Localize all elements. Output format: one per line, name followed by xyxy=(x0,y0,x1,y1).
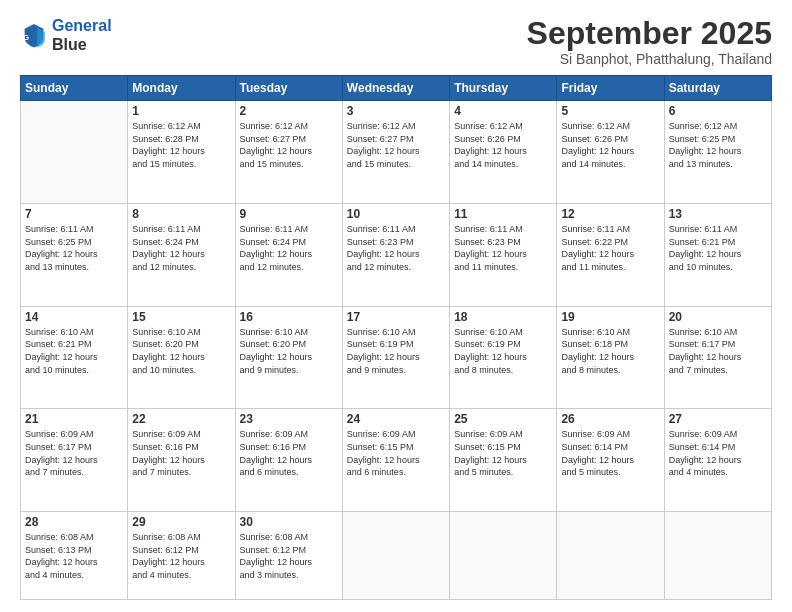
header: G General Blue September 2025 Si Banphot… xyxy=(20,16,772,67)
day-header-tuesday: Tuesday xyxy=(235,76,342,101)
day-number: 20 xyxy=(669,310,767,324)
day-number: 2 xyxy=(240,104,338,118)
day-info: Sunrise: 6:12 AMSunset: 6:28 PMDaylight:… xyxy=(132,120,230,170)
calendar-week-5: 28Sunrise: 6:08 AMSunset: 6:13 PMDayligh… xyxy=(21,512,772,600)
calendar-cell: 25Sunrise: 6:09 AMSunset: 6:15 PMDayligh… xyxy=(450,409,557,512)
calendar-cell: 3Sunrise: 6:12 AMSunset: 6:27 PMDaylight… xyxy=(342,101,449,204)
day-info: Sunrise: 6:11 AMSunset: 6:21 PMDaylight:… xyxy=(669,223,767,273)
day-info: Sunrise: 6:11 AMSunset: 6:23 PMDaylight:… xyxy=(347,223,445,273)
day-info: Sunrise: 6:11 AMSunset: 6:24 PMDaylight:… xyxy=(240,223,338,273)
day-number: 12 xyxy=(561,207,659,221)
day-info: Sunrise: 6:11 AMSunset: 6:22 PMDaylight:… xyxy=(561,223,659,273)
day-info: Sunrise: 6:10 AMSunset: 6:19 PMDaylight:… xyxy=(454,326,552,376)
subtitle: Si Banphot, Phatthalung, Thailand xyxy=(527,51,772,67)
day-number: 25 xyxy=(454,412,552,426)
day-header-sunday: Sunday xyxy=(21,76,128,101)
day-number: 17 xyxy=(347,310,445,324)
calendar-cell: 8Sunrise: 6:11 AMSunset: 6:24 PMDaylight… xyxy=(128,203,235,306)
calendar-page: G General Blue September 2025 Si Banphot… xyxy=(0,0,792,612)
calendar-cell: 22Sunrise: 6:09 AMSunset: 6:16 PMDayligh… xyxy=(128,409,235,512)
day-number: 10 xyxy=(347,207,445,221)
day-number: 14 xyxy=(25,310,123,324)
day-info: Sunrise: 6:10 AMSunset: 6:20 PMDaylight:… xyxy=(240,326,338,376)
svg-text:G: G xyxy=(23,33,29,42)
calendar-cell: 23Sunrise: 6:09 AMSunset: 6:16 PMDayligh… xyxy=(235,409,342,512)
calendar-week-3: 14Sunrise: 6:10 AMSunset: 6:21 PMDayligh… xyxy=(21,306,772,409)
calendar-cell xyxy=(450,512,557,600)
calendar-cell: 28Sunrise: 6:08 AMSunset: 6:13 PMDayligh… xyxy=(21,512,128,600)
day-info: Sunrise: 6:09 AMSunset: 6:16 PMDaylight:… xyxy=(132,428,230,478)
month-title: September 2025 xyxy=(527,16,772,51)
day-info: Sunrise: 6:10 AMSunset: 6:21 PMDaylight:… xyxy=(25,326,123,376)
day-number: 21 xyxy=(25,412,123,426)
day-number: 26 xyxy=(561,412,659,426)
day-info: Sunrise: 6:11 AMSunset: 6:24 PMDaylight:… xyxy=(132,223,230,273)
day-info: Sunrise: 6:09 AMSunset: 6:17 PMDaylight:… xyxy=(25,428,123,478)
day-info: Sunrise: 6:10 AMSunset: 6:20 PMDaylight:… xyxy=(132,326,230,376)
day-info: Sunrise: 6:09 AMSunset: 6:14 PMDaylight:… xyxy=(669,428,767,478)
calendar-cell: 14Sunrise: 6:10 AMSunset: 6:21 PMDayligh… xyxy=(21,306,128,409)
title-block: September 2025 Si Banphot, Phatthalung, … xyxy=(527,16,772,67)
logo-text: General Blue xyxy=(52,16,112,54)
day-header-wednesday: Wednesday xyxy=(342,76,449,101)
calendar-cell: 18Sunrise: 6:10 AMSunset: 6:19 PMDayligh… xyxy=(450,306,557,409)
day-number: 23 xyxy=(240,412,338,426)
calendar-cell xyxy=(664,512,771,600)
day-info: Sunrise: 6:12 AMSunset: 6:26 PMDaylight:… xyxy=(561,120,659,170)
day-number: 1 xyxy=(132,104,230,118)
calendar-cell: 7Sunrise: 6:11 AMSunset: 6:25 PMDaylight… xyxy=(21,203,128,306)
day-number: 9 xyxy=(240,207,338,221)
day-number: 16 xyxy=(240,310,338,324)
day-number: 24 xyxy=(347,412,445,426)
day-number: 15 xyxy=(132,310,230,324)
day-info: Sunrise: 6:12 AMSunset: 6:27 PMDaylight:… xyxy=(347,120,445,170)
day-header-monday: Monday xyxy=(128,76,235,101)
day-info: Sunrise: 6:09 AMSunset: 6:16 PMDaylight:… xyxy=(240,428,338,478)
day-info: Sunrise: 6:12 AMSunset: 6:27 PMDaylight:… xyxy=(240,120,338,170)
calendar-cell: 11Sunrise: 6:11 AMSunset: 6:23 PMDayligh… xyxy=(450,203,557,306)
calendar-cell: 1Sunrise: 6:12 AMSunset: 6:28 PMDaylight… xyxy=(128,101,235,204)
day-number: 7 xyxy=(25,207,123,221)
day-info: Sunrise: 6:12 AMSunset: 6:26 PMDaylight:… xyxy=(454,120,552,170)
logo-icon: G xyxy=(20,21,48,49)
day-number: 29 xyxy=(132,515,230,529)
day-number: 13 xyxy=(669,207,767,221)
calendar-cell: 21Sunrise: 6:09 AMSunset: 6:17 PMDayligh… xyxy=(21,409,128,512)
day-info: Sunrise: 6:09 AMSunset: 6:15 PMDaylight:… xyxy=(454,428,552,478)
calendar-table: SundayMondayTuesdayWednesdayThursdayFrid… xyxy=(20,75,772,600)
day-info: Sunrise: 6:10 AMSunset: 6:17 PMDaylight:… xyxy=(669,326,767,376)
day-number: 30 xyxy=(240,515,338,529)
day-number: 3 xyxy=(347,104,445,118)
calendar-cell: 5Sunrise: 6:12 AMSunset: 6:26 PMDaylight… xyxy=(557,101,664,204)
calendar-cell: 17Sunrise: 6:10 AMSunset: 6:19 PMDayligh… xyxy=(342,306,449,409)
day-number: 27 xyxy=(669,412,767,426)
logo: G General Blue xyxy=(20,16,112,54)
day-info: Sunrise: 6:10 AMSunset: 6:18 PMDaylight:… xyxy=(561,326,659,376)
calendar-cell: 27Sunrise: 6:09 AMSunset: 6:14 PMDayligh… xyxy=(664,409,771,512)
day-info: Sunrise: 6:12 AMSunset: 6:25 PMDaylight:… xyxy=(669,120,767,170)
day-header-thursday: Thursday xyxy=(450,76,557,101)
day-info: Sunrise: 6:08 AMSunset: 6:12 PMDaylight:… xyxy=(132,531,230,581)
day-number: 19 xyxy=(561,310,659,324)
calendar-cell xyxy=(557,512,664,600)
calendar-cell xyxy=(21,101,128,204)
day-number: 18 xyxy=(454,310,552,324)
calendar-cell: 13Sunrise: 6:11 AMSunset: 6:21 PMDayligh… xyxy=(664,203,771,306)
day-info: Sunrise: 6:08 AMSunset: 6:12 PMDaylight:… xyxy=(240,531,338,581)
calendar-cell: 4Sunrise: 6:12 AMSunset: 6:26 PMDaylight… xyxy=(450,101,557,204)
day-info: Sunrise: 6:11 AMSunset: 6:23 PMDaylight:… xyxy=(454,223,552,273)
day-info: Sunrise: 6:09 AMSunset: 6:15 PMDaylight:… xyxy=(347,428,445,478)
calendar-cell: 9Sunrise: 6:11 AMSunset: 6:24 PMDaylight… xyxy=(235,203,342,306)
calendar-cell: 15Sunrise: 6:10 AMSunset: 6:20 PMDayligh… xyxy=(128,306,235,409)
day-number: 22 xyxy=(132,412,230,426)
day-info: Sunrise: 6:09 AMSunset: 6:14 PMDaylight:… xyxy=(561,428,659,478)
calendar-header-row: SundayMondayTuesdayWednesdayThursdayFrid… xyxy=(21,76,772,101)
calendar-cell: 29Sunrise: 6:08 AMSunset: 6:12 PMDayligh… xyxy=(128,512,235,600)
calendar-cell: 12Sunrise: 6:11 AMSunset: 6:22 PMDayligh… xyxy=(557,203,664,306)
calendar-cell: 19Sunrise: 6:10 AMSunset: 6:18 PMDayligh… xyxy=(557,306,664,409)
calendar-cell: 30Sunrise: 6:08 AMSunset: 6:12 PMDayligh… xyxy=(235,512,342,600)
calendar-week-4: 21Sunrise: 6:09 AMSunset: 6:17 PMDayligh… xyxy=(21,409,772,512)
day-number: 4 xyxy=(454,104,552,118)
calendar-cell: 16Sunrise: 6:10 AMSunset: 6:20 PMDayligh… xyxy=(235,306,342,409)
calendar-cell xyxy=(342,512,449,600)
